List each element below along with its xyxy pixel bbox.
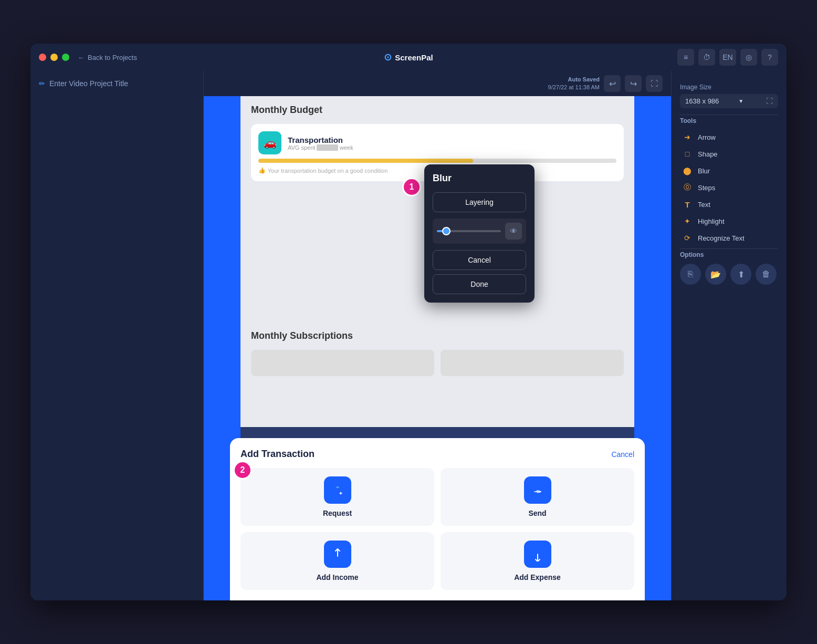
divider-2 — [680, 248, 778, 249]
transaction-item-add-income[interactable]: Add Income — [240, 532, 434, 590]
options-section: Options ⎘ 📂 ⬆ 🗑 — [680, 251, 778, 285]
tool-arrow-label: Arrow — [698, 133, 716, 141]
options-row: ⎘ 📂 ⬆ 🗑 — [680, 264, 778, 285]
tool-recognize-text-label: Recognize Text — [698, 234, 745, 242]
transaction-item-request[interactable]: 2 Reque — [240, 468, 434, 526]
visibility-toggle[interactable]: 👁 — [505, 223, 522, 240]
subs-items — [251, 350, 624, 376]
delete-option-btn[interactable]: 🗑 — [756, 264, 777, 285]
step2-badge: 2 — [233, 461, 252, 480]
sidebar: ✏ Enter Video Project Title — [30, 71, 204, 600]
budget-app-screenshot: Monthly Budget 🚗 Transportation AVG spen… — [204, 96, 671, 600]
blur-slider-row: 👁 — [433, 219, 526, 244]
add-expense-label: Add Expense — [514, 573, 561, 581]
tool-recognize-text[interactable]: ⟳ Recognize Text — [680, 230, 778, 246]
blur-cancel-button[interactable]: Cancel — [433, 250, 526, 270]
edit-icon: ✏ — [39, 79, 45, 88]
autosave-label: Auto Saved — [548, 76, 600, 84]
send-label: Send — [528, 509, 546, 517]
transport-avg: AVG spent ____ week — [288, 144, 353, 151]
middle-top-bar: Auto Saved 9/27/22 at 11:38 AM ↩ ↪ ⛶ — [204, 71, 671, 96]
settings-icon-btn[interactable]: ◎ — [740, 49, 757, 66]
transport-title: Transportation — [288, 136, 353, 144]
back-arrow-icon: ← — [78, 54, 85, 61]
transaction-title: Add Transaction — [240, 449, 315, 460]
redo-button[interactable]: ↪ — [625, 75, 642, 92]
tool-blur-label: Blur — [698, 167, 710, 175]
project-title-placeholder[interactable]: Enter Video Project Title — [49, 79, 128, 88]
tool-arrow[interactable]: ➜ Arrow — [680, 129, 778, 146]
steps-icon: ⓪ — [682, 182, 693, 193]
request-icon — [324, 476, 351, 504]
project-title-area[interactable]: ✏ Enter Video Project Title — [39, 79, 195, 88]
monthly-subs-title: Monthly Subscriptions — [251, 330, 624, 341]
tool-blur[interactable]: ⬤ Blur — [680, 162, 778, 179]
request-label: Request — [323, 509, 352, 517]
tool-text-label: Text — [698, 201, 710, 209]
layering-button[interactable]: Layering — [433, 192, 526, 212]
undo-button[interactable]: ↩ — [604, 75, 621, 92]
tool-shape[interactable]: □ Shape — [680, 146, 778, 162]
image-size-section: Image Size 1638 x 986 ▼ ⛶ — [680, 84, 778, 108]
minimize-dot[interactable] — [50, 54, 58, 61]
shape-icon: □ — [682, 149, 693, 159]
crop-icon: ⛶ — [766, 97, 773, 105]
sub-item-2 — [441, 350, 624, 376]
monthly-subs-section: Monthly Subscriptions — [240, 322, 634, 427]
blur-slider-thumb[interactable] — [442, 227, 451, 235]
sub-item-1 — [251, 350, 434, 376]
arrow-icon: ➜ — [682, 132, 693, 142]
image-size-text: 1638 x 986 — [685, 97, 719, 105]
middle-section: Auto Saved 9/27/22 at 11:38 AM ↩ ↪ ⛶ Mon… — [204, 71, 671, 600]
expand-button[interactable]: ⛶ — [646, 75, 663, 92]
transaction-header: Add Transaction Cancel — [240, 449, 634, 460]
autosave-text: Auto Saved 9/27/22 at 11:38 AM — [548, 76, 600, 92]
help-icon-btn[interactable]: ? — [761, 49, 778, 66]
options-label: Options — [680, 251, 778, 258]
open-option-btn[interactable]: 📂 — [705, 264, 726, 285]
screenpal-icon: ⊙ — [384, 51, 392, 63]
tool-text[interactable]: T Text — [680, 196, 778, 213]
tools-label: Tools — [680, 117, 778, 124]
image-size-value[interactable]: 1638 x 986 ▼ ⛶ — [680, 94, 778, 108]
blur-dialog: Blur Layering 👁 Cancel Done — [424, 164, 535, 303]
image-size-label: Image Size — [680, 84, 778, 91]
back-button[interactable]: ← Back to Projects — [78, 54, 137, 61]
blur-slider-track[interactable] — [437, 230, 501, 232]
app-title-center: ⊙ ScreenPal — [384, 51, 433, 63]
text-icon: T — [682, 199, 693, 210]
tool-steps[interactable]: ⓪ Steps — [680, 179, 778, 196]
transaction-cancel-btn[interactable]: Cancel — [611, 450, 634, 459]
add-income-label: Add Income — [316, 573, 358, 581]
blur-done-button[interactable]: Done — [433, 274, 526, 294]
upload-option-btn[interactable]: ⬆ — [730, 264, 751, 285]
blur-icon: ⬤ — [682, 165, 693, 176]
divider-1 — [680, 115, 778, 115]
add-expense-icon — [524, 541, 551, 568]
budget-bar-fill — [258, 159, 473, 163]
recognize-text-icon: ⟳ — [682, 233, 693, 243]
tool-highlight[interactable]: ✦ Highlight — [680, 213, 778, 230]
autosave-date: 9/27/22 at 11:38 AM — [548, 84, 600, 91]
send-icon: $ — [524, 476, 551, 504]
transaction-item-add-expense[interactable]: Add Expense — [441, 532, 634, 590]
transaction-item-send[interactable]: $ Send — [441, 468, 634, 526]
add-income-icon — [324, 541, 351, 568]
tools-section: Tools ➜ Arrow □ Shape ⬤ Blur ⓪ — [680, 117, 778, 246]
add-transaction-card: Add Transaction Cancel 2 — [230, 438, 645, 600]
tool-steps-label: Steps — [698, 184, 715, 192]
maximize-dot[interactable] — [62, 54, 69, 61]
close-dot[interactable] — [39, 54, 46, 61]
right-panel: Image Size 1638 x 986 ▼ ⛶ Tools ➜ Arrow — [671, 71, 787, 600]
copy-option-btn[interactable]: ⎘ — [680, 264, 701, 285]
tool-highlight-label: Highlight — [698, 217, 725, 225]
list-icon-btn[interactable]: ≡ — [677, 49, 694, 66]
title-bar-right: ≡ ⏱ EN ◎ ? — [677, 49, 778, 66]
title-bar: ← Back to Projects ⊙ ScreenPal ≡ ⏱ EN ◎ … — [30, 44, 787, 71]
image-size-dropdown-icon: ▼ — [738, 98, 743, 104]
clock-icon-btn[interactable]: ⏱ — [698, 49, 715, 66]
svg-rect-6 — [532, 549, 543, 554]
transaction-grid: 2 Reque — [240, 468, 634, 590]
right-panel-inner: Image Size 1638 x 986 ▼ ⛶ Tools ➜ Arrow — [680, 79, 778, 592]
lang-icon-btn[interactable]: EN — [719, 49, 736, 66]
